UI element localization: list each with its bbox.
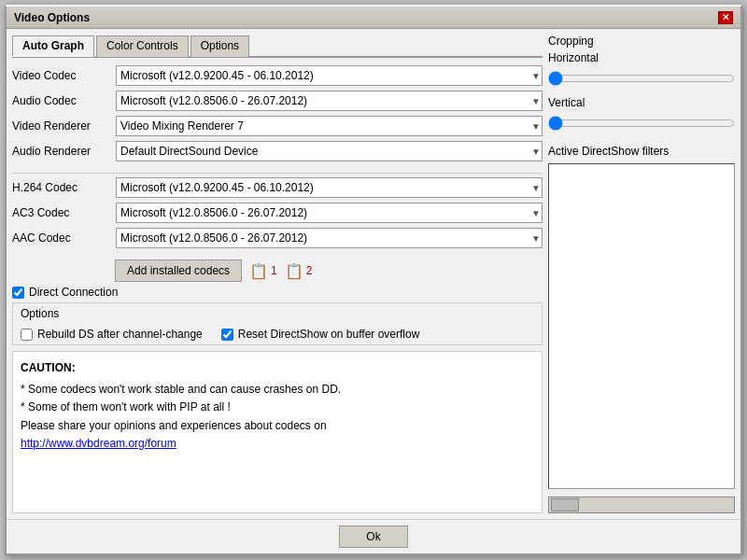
caution-box: CAUTION: * Some codecs won't work stable… xyxy=(12,351,543,513)
tab-options[interactable]: Options xyxy=(190,35,249,57)
direct-connection-checkbox[interactable] xyxy=(12,287,24,299)
ac3-codec-label: AC3 Codec xyxy=(12,206,110,219)
caution-line-3: Please share your opinions and experienc… xyxy=(21,417,534,435)
reset-directshow-row: Reset DirectShow on buffer overflow xyxy=(221,328,420,341)
rebuild-ds-label: Rebuild DS after channel-change xyxy=(37,328,203,341)
video-codec-label: Video Codec xyxy=(12,69,110,82)
badge1-icon: 📋 xyxy=(249,262,268,280)
tab-bar: Auto Graph Color Controls Options xyxy=(12,35,543,58)
aac-codec-select-wrapper: Microsoft (v12.0.8506.0 - 26.07.2012) ▼ xyxy=(116,228,543,248)
codec-form-section: Video Codec Microsoft (v12.0.9200.45 - 0… xyxy=(12,65,543,161)
audio-renderer-select[interactable]: Default DirectSound Device xyxy=(116,141,543,161)
aac-codec-select[interactable]: Microsoft (v12.0.8506.0 - 26.07.2012) xyxy=(116,228,543,248)
vertical-label: Vertical xyxy=(548,96,735,109)
options-checkboxes-row: Rebuild DS after channel-change Reset Di… xyxy=(21,324,534,341)
aac-codec-label: AAC Codec xyxy=(12,231,110,245)
dialog-footer: Ok xyxy=(7,519,740,553)
title-bar: Video Options ✕ xyxy=(7,7,740,29)
video-renderer-label: Video Renderer xyxy=(12,119,110,133)
scrollbar-thumb xyxy=(551,498,579,511)
h264-codec-row: H.264 Codec Microsoft (v12.0.9200.45 - 0… xyxy=(12,177,543,198)
options-section: Options Rebuild DS after channel-change … xyxy=(12,302,543,345)
audio-renderer-row: Audio Renderer Default DirectSound Devic… xyxy=(12,141,543,161)
horizontal-scrollbar[interactable] xyxy=(548,497,735,513)
direct-connection-row: Direct Connection xyxy=(12,286,543,299)
active-filters-listbox[interactable] xyxy=(548,163,735,489)
section-divider xyxy=(12,173,543,174)
rebuild-ds-row: Rebuild DS after channel-change xyxy=(21,328,203,341)
caution-title: CAUTION: xyxy=(21,359,534,377)
reset-directshow-label: Reset DirectShow on buffer overflow xyxy=(238,328,420,341)
vertical-slider[interactable] xyxy=(548,115,735,132)
video-renderer-select-wrapper: Video Mixing Renderer 7 ▼ xyxy=(116,116,543,136)
audio-codec-select-wrapper: Microsoft (v12.0.8506.0 - 26.07.2012) ▼ xyxy=(116,91,543,111)
audio-codec-select[interactable]: Microsoft (v12.0.8506.0 - 26.07.2012) xyxy=(116,91,543,111)
video-options-dialog: Video Options ✕ Auto Graph Color Control… xyxy=(5,5,742,555)
badge1-label: 1 xyxy=(271,264,277,277)
dialog-title: Video Options xyxy=(14,11,90,24)
badge2-label: 2 xyxy=(306,264,313,277)
rebuild-ds-checkbox[interactable] xyxy=(21,329,33,341)
ok-button[interactable]: Ok xyxy=(339,525,407,548)
caution-line-4: http://www.dvbdream.org/forum xyxy=(21,435,534,453)
audio-codec-row: Audio Codec Microsoft (v12.0.8506.0 - 26… xyxy=(12,91,543,111)
tab-color-controls[interactable]: Color Controls xyxy=(96,35,189,57)
left-panel: Auto Graph Color Controls Options Video … xyxy=(12,35,543,513)
buttons-row: Add installed codecs 📋 1 📋 2 xyxy=(12,259,543,282)
video-codec-row: Video Codec Microsoft (v12.0.9200.45 - 0… xyxy=(12,65,543,86)
horizontal-label: Horizontal xyxy=(548,51,735,64)
badge-1[interactable]: 📋 1 xyxy=(249,262,277,280)
close-button[interactable]: ✕ xyxy=(718,11,733,24)
cropping-label: Cropping xyxy=(548,35,735,48)
video-codec-select-wrapper: Microsoft (v12.0.9200.45 - 06.10.2012) ▼ xyxy=(116,65,543,86)
h264-codec-select-wrapper: Microsoft (v12.0.9200.45 - 06.10.2012) ▼ xyxy=(116,177,543,198)
dialog-body: Auto Graph Color Controls Options Video … xyxy=(7,29,740,519)
video-renderer-select[interactable]: Video Mixing Renderer 7 xyxy=(116,116,543,136)
video-codec-select[interactable]: Microsoft (v12.0.9200.45 - 06.10.2012) xyxy=(116,65,543,86)
right-panel: Cropping Horizontal Vertical Active Dire… xyxy=(548,35,735,513)
h264-codec-label: H.264 Codec xyxy=(12,181,110,194)
tab-auto-graph[interactable]: Auto Graph xyxy=(12,35,94,57)
options-section-label: Options xyxy=(21,307,534,320)
ac3-codec-select[interactable]: Microsoft (v12.0.8506.0 - 26.07.2012) xyxy=(116,203,543,223)
video-renderer-row: Video Renderer Video Mixing Renderer 7 ▼ xyxy=(12,116,543,136)
ac3-codec-select-wrapper: Microsoft (v12.0.8506.0 - 26.07.2012) ▼ xyxy=(116,203,543,223)
caution-line-1: * Some of them won't work with PIP at al… xyxy=(21,399,534,416)
audio-codec-label: Audio Codec xyxy=(12,94,110,107)
aac-codec-row: AAC Codec Microsoft (v12.0.8506.0 - 26.0… xyxy=(12,228,543,248)
caution-line-0: * Some codecs won't work stable and can … xyxy=(21,381,534,399)
direct-connection-label: Direct Connection xyxy=(29,286,118,299)
ac3-codec-row: AC3 Codec Microsoft (v12.0.8506.0 - 26.0… xyxy=(12,203,543,223)
horizontal-slider[interactable] xyxy=(548,70,735,87)
audio-renderer-select-wrapper: Default DirectSound Device ▼ xyxy=(116,141,543,161)
add-installed-codecs-button[interactable]: Add installed codecs xyxy=(115,259,242,282)
badge2-icon: 📋 xyxy=(285,262,303,280)
active-filters-label: Active DirectShow filters xyxy=(548,145,735,158)
reset-directshow-checkbox[interactable] xyxy=(221,329,233,341)
extra-codec-section: H.264 Codec Microsoft (v12.0.9200.45 - 0… xyxy=(12,177,543,248)
h264-codec-select[interactable]: Microsoft (v12.0.9200.45 - 06.10.2012) xyxy=(116,177,543,198)
audio-renderer-label: Audio Renderer xyxy=(12,145,110,158)
badge-2[interactable]: 📋 2 xyxy=(285,262,313,280)
